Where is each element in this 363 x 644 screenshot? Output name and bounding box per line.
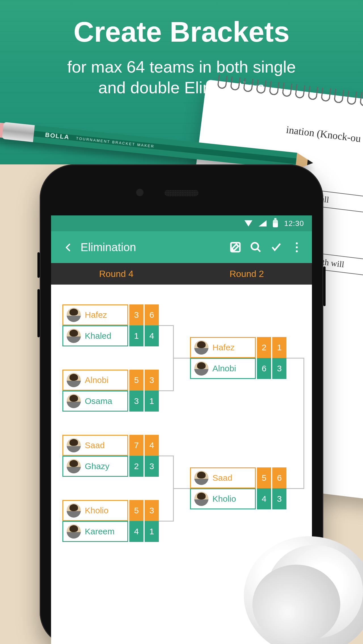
- score-cell: 3: [272, 488, 286, 509]
- player-name: Kholio: [212, 494, 236, 504]
- score-cell: 3: [145, 456, 159, 477]
- avatar: [194, 361, 208, 376]
- score-cell: 2: [129, 456, 143, 477]
- score-cell: 3: [145, 500, 159, 521]
- avatar: [194, 340, 208, 355]
- player-name: Alnobi: [85, 375, 108, 385]
- score-cell: 6: [145, 304, 159, 325]
- score-cell: 3: [272, 358, 286, 379]
- score-cell: 4: [145, 435, 159, 456]
- avatar: [67, 394, 81, 408]
- avatar: [194, 471, 208, 485]
- avatar: [67, 373, 81, 387]
- score-cell: 6: [272, 467, 286, 488]
- player-name: Saad: [212, 473, 232, 483]
- score-cell: 5: [129, 500, 143, 521]
- score-cell: 3: [129, 391, 143, 412]
- player-name: Khaled: [85, 331, 111, 341]
- score-cell: 2: [257, 337, 271, 358]
- app-toolbar: Elimination: [51, 231, 312, 263]
- notebook-heading: ination (Knock-ou: [286, 124, 362, 145]
- phone-earpiece: [164, 190, 199, 196]
- player-name: Hafez: [85, 310, 107, 320]
- status-bar: 12:30: [51, 215, 312, 231]
- match-l4[interactable]: Kholio53 Kareem41: [62, 500, 159, 542]
- avatar: [67, 503, 81, 518]
- round-tab-left[interactable]: Round 4: [51, 263, 182, 285]
- round-tab-bar: Round 4 Round 2: [51, 263, 312, 285]
- score-cell: 3: [129, 304, 143, 325]
- phone-camera: [136, 189, 143, 196]
- svg-point-1: [251, 243, 258, 250]
- battery-icon: [273, 219, 278, 227]
- match-r2[interactable]: Saad56 Kholio43: [190, 467, 286, 509]
- toolbar-title: Elimination: [81, 241, 225, 254]
- match-l2[interactable]: Alnobi53 Osama31: [62, 370, 159, 412]
- score-cell: 6: [257, 358, 271, 379]
- pencil-brand: BOLLA: [45, 131, 70, 141]
- score-cell: 1: [145, 391, 159, 412]
- score-cell: 4: [145, 325, 159, 346]
- player-name: Ghazy: [85, 461, 109, 471]
- player-name: Osama: [85, 396, 112, 406]
- player-name: Kareem: [85, 527, 115, 536]
- score-cell: 1: [272, 337, 286, 358]
- score-cell: 4: [257, 488, 271, 509]
- avatar: [194, 492, 208, 506]
- wifi-icon: [244, 220, 252, 226]
- avatar: [67, 438, 81, 452]
- signal-icon: [259, 220, 267, 226]
- status-time: 12:30: [284, 219, 304, 228]
- score-cell: 7: [129, 435, 143, 456]
- round-tab-right[interactable]: Round 2: [182, 263, 312, 285]
- match-r1[interactable]: Hafez21 Alnobi63: [190, 337, 286, 379]
- player-name: Saad: [85, 440, 105, 450]
- avatar: [67, 524, 81, 539]
- back-button[interactable]: [56, 236, 81, 259]
- avatar: [67, 459, 81, 473]
- match-l1[interactable]: Hafez36 Khaled14: [62, 304, 159, 346]
- score-cell: 5: [257, 467, 271, 488]
- player-name: Alnobi: [212, 364, 236, 373]
- edit-button[interactable]: [225, 237, 246, 257]
- search-button[interactable]: [246, 237, 266, 257]
- confirm-button[interactable]: [266, 237, 286, 257]
- pencil-tagline: TOURNAMENT BRACKET MAKER: [76, 136, 155, 149]
- score-cell: 1: [129, 325, 143, 346]
- score-cell: 5: [129, 370, 143, 391]
- avatar: [67, 308, 81, 322]
- score-cell: 4: [129, 521, 143, 542]
- score-cell: 1: [145, 521, 159, 542]
- player-name: Kholio: [85, 506, 108, 515]
- promo-title: Create Brackets: [0, 17, 363, 47]
- match-l3[interactable]: Saad74 Ghazy23: [62, 435, 159, 477]
- score-cell: 3: [145, 370, 159, 391]
- avatar: [67, 329, 81, 343]
- overflow-menu-button[interactable]: [286, 237, 307, 257]
- player-name: Hafez: [212, 343, 235, 352]
